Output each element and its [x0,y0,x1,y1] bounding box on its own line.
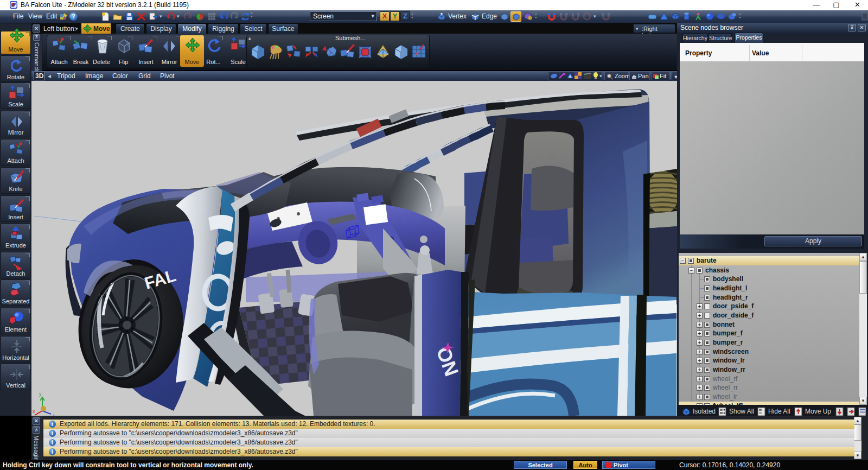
svg-text:x: x [33,409,35,414]
svg-text:y: y [39,391,42,397]
